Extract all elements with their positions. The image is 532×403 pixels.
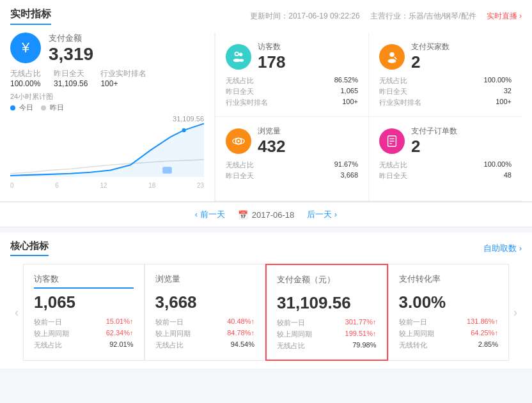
sub-item-yesterday: 昨日全天 31,109.56 [54,68,88,88]
chart-svg-wrapper: 31,109.56 [10,115,204,181]
svg-point-2 [235,53,238,56]
sub-item-wireless: 无线占比 100.00% [10,68,41,88]
main-metric-name: 支付金额 [49,33,93,44]
core-card-stats-visitors: 较前一日 15.01%↑ 较上周同期 62.34%↑ 无线占比 92.01% [34,317,134,350]
chart-bar [162,167,172,173]
realtime-title: 实时指标 [10,8,51,25]
svg-point-7 [388,59,396,63]
metric-card-visitors: 访客数 178 无线占比86.52% 昨日全天1,065 行业实时排名100+ [215,33,368,117]
pageviews-icon [226,128,251,154]
next-day-btn[interactable]: 后一天 › [307,209,337,220]
core-cards: 访客数 1,065 较前一日 15.01%↑ 较上周同期 62.34%↑ 无线占… [23,264,509,361]
card-header-buyers: 支付买家数 2 [379,42,512,72]
card-sub-visitors: 无线占比86.52% 昨日全天1,065 行业实时排名100+ [226,76,358,107]
realtime-section: 实时指标 更新时间：2017-06-19 09:22:26 主营行业：乐器/吉他… [0,0,532,202]
main-metric: ¥ 支付金额 3,319 [10,33,204,63]
core-card-val-pageviews: 3,668 [155,293,255,312]
sub-label-1: 无线占比 [10,68,41,79]
chart-highlight-dot [182,128,186,132]
orders-icon [379,128,405,154]
yuan-icon: ¥ [10,33,41,63]
core-cards-wrapper: ‹ 访客数 1,065 [10,264,522,361]
core-card-val-conversion: 3.00% [399,293,499,312]
calendar-icon: 📅 [238,210,248,220]
update-time: 更新时间：2017-06-19 09:22:26 [250,11,359,22]
core-card-name-visitors: 访客数 [34,273,134,289]
chart-container: 24小时累计图 今日 昨日 31,109.56 [10,92,204,169]
legend-yesterday: 昨日 [41,103,64,112]
buyers-icon [379,44,405,70]
core-header: 核心指标 自助取数 › [10,240,522,256]
sub-val-1: 100.00% [10,79,41,88]
core-card-val-visitors: 1,065 [34,293,134,312]
svg-point-6 [389,52,394,57]
card-name-buyers: 支付买家数 2 [411,42,450,72]
current-date: 2017-06-18 [252,210,295,220]
x-label-23: 23 [197,182,204,189]
core-action-btn[interactable]: 自助取数 › [483,243,522,254]
card-name-visitors: 访客数 178 [258,42,285,72]
visitors-icon [226,44,251,70]
chart-x-labels: 0 6 12 18 23 [10,182,204,189]
core-card-stats-conversion: 较前一日 131.86%↑ 较上周同期 64.25%↑ 无线转化 2.85% [399,317,499,350]
card-header-pageviews: 浏览量 432 [226,126,358,156]
realtime-header: 实时指标 更新时间：2017-06-19 09:22:26 主营行业：乐器/吉他… [10,8,522,25]
card-header-orders: 支付子订单数 2 [379,126,512,156]
date-display: 📅 2017-06-18 [238,210,295,220]
legend-today: 今日 [10,103,33,112]
svg-point-9 [237,140,240,142]
page: 实时指标 更新时间：2017-06-19 09:22:26 主营行业：乐器/吉他… [0,0,532,403]
yesterday-dot [41,105,46,110]
chart-svg [10,115,204,179]
realtime-content: ¥ 支付金额 3,319 无线占比 100.00% 昨日全天 31,109.56 [10,33,522,201]
card-name-pageviews: 浏览量 432 [258,126,285,156]
metric-card-pageviews: 浏览量 432 无线占比91.67% 昨日全天3,668 [215,117,368,201]
svg-point-4 [239,53,243,57]
core-card-visitors: 访客数 1,065 较前一日 15.01%↑ 较上周同期 62.34%↑ 无线占… [23,264,145,361]
chart-top-val: 31,109.56 [173,115,204,123]
x-label-18: 18 [148,182,155,189]
core-title: 核心指标 [10,240,49,256]
core-card-name-conversion: 支付转化率 [399,273,499,289]
core-card-val-amount: 31,109.56 [277,293,377,313]
live-arrow: › [519,11,522,20]
core-card-name-pageviews: 浏览量 [155,273,255,289]
card-header-visitors: 访客数 178 [226,42,358,72]
core-card-stats-amount: 较前一日 301.77%↑ 较上周同期 199.51%↑ 无线占比 79.98% [277,318,377,351]
core-card-stats-pageviews: 较前一日 40.48%↑ 较上周同期 84.78%↑ 无线占比 94.54% [155,317,255,350]
metric-card-orders: 支付子订单数 2 无线占比100.00% 昨日全天48 [368,117,522,201]
chart-title: 24小时累计图 [10,92,204,102]
sub-label-2: 昨日全天 [54,68,88,79]
svg-point-5 [239,59,244,62]
core-card-conversion: 支付转化率 3.00% 较前一日 131.86%↑ 较上周同期 64.25%↑ … [388,264,510,361]
card-sub-buyers: 无线占比100.00% 昨日全天32 行业实时排名100+ [379,76,512,107]
card-name-orders: 支付子订单数 2 [411,126,457,156]
sub-val-3: 100+ [100,79,146,88]
prev-day-btn[interactable]: ‹ 前一天 [195,209,225,220]
metrics-grid: 访客数 178 无线占比86.52% 昨日全天1,065 行业实时排名100+ [215,33,522,201]
main-metric-sub: 无线占比 100.00% 昨日全天 31,109.56 行业实时排名 100+ [10,68,204,88]
core-card-pageviews: 浏览量 3,668 较前一日 40.48%↑ 较上周同期 84.78%↑ 无线占… [145,264,266,361]
svg-marker-0 [10,123,204,177]
x-label-12: 12 [100,182,107,189]
sub-val-2: 31,109.56 [54,79,88,88]
today-dot [10,105,15,110]
main-metric-info: 支付金额 3,319 [49,33,93,63]
card-sub-orders: 无线占比100.00% 昨日全天48 [379,160,512,181]
realtime-meta: 更新时间：2017-06-19 09:22:26 主营行业：乐器/吉他/钢琴/配… [250,11,522,22]
sub-item-rank: 行业实时排名 100+ [100,68,146,88]
chart-area: ¥ 支付金额 3,319 无线占比 100.00% 昨日全天 31,109.56 [10,33,215,201]
main-metric-value: 3,319 [49,45,93,63]
core-prev-arrow[interactable]: ‹ [10,306,23,319]
live-link[interactable]: 实时直播 › [487,11,522,22]
core-next-arrow[interactable]: › [509,306,522,319]
sub-label-3: 行业实时排名 [100,68,146,79]
chart-legend: 今日 昨日 [10,103,204,112]
industry-label: 主营行业：乐器/吉他/钢琴/配件 [370,11,476,22]
core-card-name-amount: 支付金额（元） [277,274,377,289]
core-section: 核心指标 自助取数 › ‹ [0,232,532,369]
x-label-0: 0 [10,182,14,189]
card-sub-pageviews: 无线占比91.67% 昨日全天3,668 [226,160,358,181]
core-card-amount: 支付金额（元） 31,109.56 较前一日 301.77%↑ 较上周同期 19… [265,264,388,361]
x-label-6: 6 [55,182,59,189]
